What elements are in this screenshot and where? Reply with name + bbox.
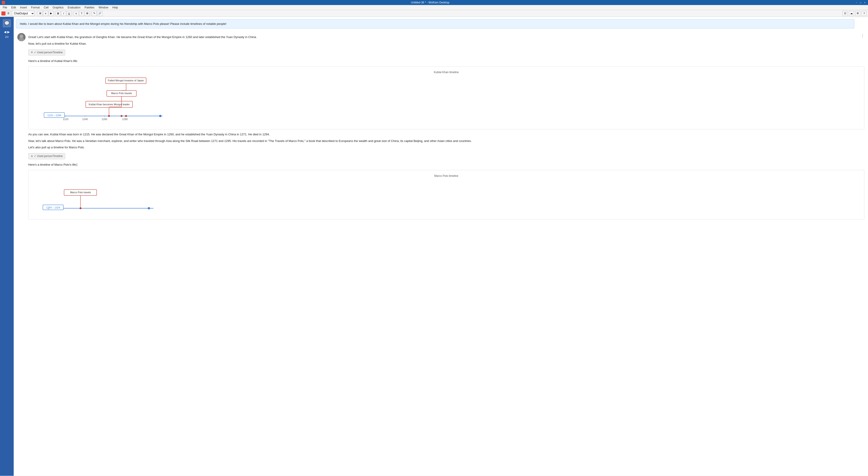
menu-file[interactable]: File [1,5,9,9]
toolbar-cloud-btn[interactable]: ☁ [849,11,854,16]
marco-timeline-svg: 1254 – 1324 Marco Polo travels [30,181,167,217]
toolbar-underline-btn[interactable]: U [67,11,71,16]
menu-evaluation[interactable]: Evaluation [66,5,82,9]
menu-graphics[interactable]: Graphics [51,5,65,9]
menu-help[interactable]: Help [111,5,120,9]
kublai-timeline-chart: Kublai Khan timeline 1215 – 1294 [28,66,864,129]
marco-timeline-chart: Marco Polo timeline 1254 – 1324 [28,170,864,219]
marco-lifespan-label: 1254 – 1324 [46,206,60,209]
toolbar-link-btn[interactable]: 🔗 [97,11,102,16]
ai-marco-timeline-intro-span: Here's a timeline of Marco Polo's life: [28,163,77,166]
toolbar-settings-btn[interactable]: ⚙ [855,11,860,16]
close-button[interactable]: × [863,1,866,4]
sidebar-counter: 2/2 [5,36,8,38]
left-sidebar: 💬 ◀ ▶ 2/2 [0,17,14,476]
menu-cell[interactable]: Cell [42,5,51,9]
menu-edit[interactable]: Edit [9,5,18,9]
menu-palettes[interactable]: Palettes [83,5,96,9]
toolbar-style-btn[interactable]: T [79,11,84,16]
window-icon [2,1,5,4]
toolbar-grid-btn[interactable]: ⊞ [85,11,90,16]
label-1220: 1220 [63,118,68,121]
ai-marco-timeline-intro-text: Here's a timeline of Marco Polo's life: [28,163,864,167]
toolbar-list-btn[interactable]: ≡ [43,11,48,16]
tool-badge-2-label: ✓ Used personTimeline [34,154,63,158]
menubar: File Edit Insert Format Cell Graphics Ev… [0,5,868,10]
lifespan-label: 1215 – 1294 [47,114,61,117]
user-message-text: Hello. I would like to learn about Kubla… [20,22,226,26]
event-dot-3 [125,115,127,117]
menu-window[interactable]: Window [97,5,110,9]
label-1280: 1280 [122,118,128,121]
ai-avatar [17,33,26,41]
ai-intro-text: Great! Let's start with Kublai Khan, the… [28,35,864,40]
ai-message-block: Great! Let's start with Kublai Khan, the… [14,31,868,225]
cell-style-dropdown[interactable]: ChatOutput [12,11,35,16]
tool-badge-1-chevron: ▼ [31,50,33,54]
ai-marco-intro-text: Now, let's talk about Marco Polo. He was… [28,139,864,143]
sep1 [36,11,36,16]
ai-content: Great! Let's start with Kublai Khan, the… [28,33,864,222]
tool-badge-2-chevron: ▼ [31,155,33,158]
ai-more-menu-btn[interactable]: ⋮ [861,34,864,38]
menu-format[interactable]: Format [29,5,41,9]
toolbar-run-btn[interactable]: ▶ [49,11,54,16]
marco-timeline-title: Marco Polo timeline [30,174,862,178]
main-layout: 💬 ◀ ▶ 2/2 Hello. I would like to learn a… [0,17,868,476]
death-dot [159,115,161,117]
toolbar-expand-btn[interactable]: ⊡ [842,11,847,16]
event-label-3: Failed Mongol invasion of Japan [108,79,144,82]
nav-next-btn[interactable]: ▶ [7,30,10,34]
toolbar-menu-btn[interactable]: ☰ [6,11,11,16]
toolbar-left: ☰ [1,11,11,16]
ai-timeline-intro-text: Now, let's pull out a timeline for Kubla… [28,41,864,46]
event-label-1: Kublai Khan becomes Mongol leader [89,103,130,106]
minimize-button[interactable]: − [855,1,858,4]
toolbar-align-btn[interactable]: ≡ [74,11,79,16]
chat-sidebar-icon[interactable]: 💬 [3,19,11,27]
avatar-image [17,33,26,41]
ai-timeline-desc-text: Here's a timeline of Kublai Khan's life: [28,59,864,64]
toolbar-pen-btn[interactable]: ✎ [92,11,97,16]
toolbar-help-btn[interactable]: ? [862,11,867,16]
toolbar-right: ⊡ ☁ ⚙ ? [842,11,867,16]
chat-icon: 💬 [4,21,9,26]
maximize-button[interactable]: □ [859,1,862,4]
titlebar-controls: − □ × [855,1,866,4]
sidebar-nav: ◀ ▶ [4,30,10,34]
tool-badge-1[interactable]: ▼ ✓ Used personTimeline [28,49,65,56]
ai-marco-pull-text: Let's also pull up a timeline for Marco … [28,145,864,150]
marco-event-dot [80,207,82,209]
toolbar: ☰ ChatOutput ⊞ ≡ ▶ B I U ≡ T ⊞ ✎ 🔗 ⊡ ☁ ⚙… [0,10,868,17]
sep3 [72,11,73,16]
kublai-timeline-title: Kublai Khan timeline [30,70,862,74]
event-dot-2 [121,115,122,117]
marco-event-label: Marco Polo travels [70,191,91,194]
kublai-timeline-svg: 1215 – 1294 Kublai Khan becomes Mongol l… [30,77,167,127]
tool-badge-1-label: ✓ Used personTimeline [34,50,63,55]
content-area[interactable]: Hello. I would like to learn about Kubla… [14,17,868,476]
text-cursor [77,163,77,166]
toolbar-bold-btn[interactable]: B [56,11,61,16]
tool-badge-2[interactable]: ▼ ✓ Used personTimeline [28,153,65,159]
event-label-2: Marco Polo travels [111,92,132,95]
ai-summary-text: As you can see, Kublai Khan was born in … [28,132,864,137]
wolfram-icon [1,11,5,15]
toolbar-italic-btn[interactable]: I [61,11,66,16]
label-1240: 1240 [82,118,88,121]
toolbar-format-group: ⊞ ≡ ▶ B I U ≡ T ⊞ ✎ 🔗 [38,11,102,16]
label-1260: 1260 [102,118,107,121]
titlebar-title: Untitled-36 * - Wolfram Desktop [5,1,855,4]
marco-death-dot [148,207,150,209]
toolbar-add-btn[interactable]: ⊞ [38,11,43,16]
user-message: Hello. I would like to learn about Kubla… [16,19,854,29]
nav-prev-btn[interactable]: ◀ [4,30,6,34]
menu-insert[interactable]: Insert [18,5,29,9]
event-dot-1 [108,115,110,117]
titlebar: Untitled-36 * - Wolfram Desktop − □ × [0,0,868,5]
